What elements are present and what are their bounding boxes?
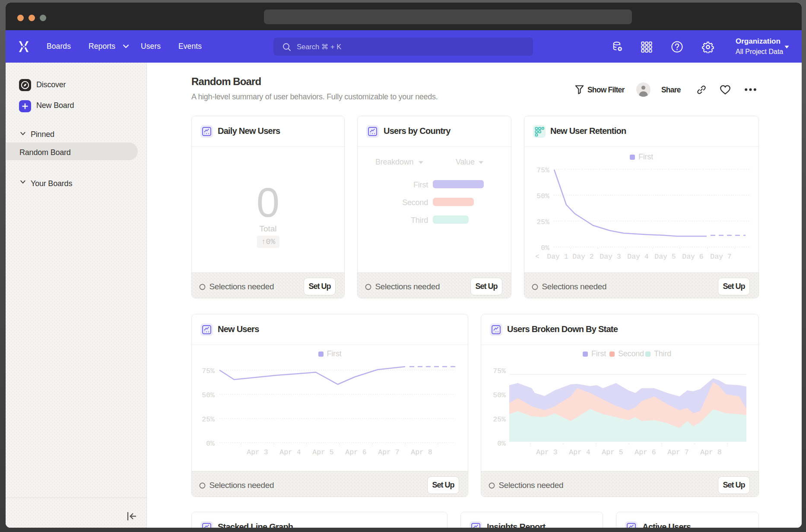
svg-text:Day 4: Day 4 xyxy=(627,253,649,261)
svg-text:0%: 0% xyxy=(541,244,549,252)
svg-text:75%: 75% xyxy=(493,367,506,375)
svg-text:Apr 6: Apr 6 xyxy=(635,448,656,456)
svg-text:Apr 4: Apr 4 xyxy=(569,448,590,456)
svg-text:Day 3: Day 3 xyxy=(600,253,621,261)
svg-text:0%: 0% xyxy=(497,440,506,448)
svg-text:50%: 50% xyxy=(202,391,215,399)
svg-text:Day 5: Day 5 xyxy=(654,253,676,261)
svg-text:Apr 8: Apr 8 xyxy=(700,448,722,456)
svg-text:Apr 3: Apr 3 xyxy=(247,448,268,456)
svg-text:Apr 7: Apr 7 xyxy=(667,448,689,456)
svg-text:Apr 7: Apr 7 xyxy=(378,448,400,456)
svg-text:<: < xyxy=(535,253,539,261)
svg-text:Day 7: Day 7 xyxy=(710,253,732,261)
svg-text:Apr 5: Apr 5 xyxy=(602,448,623,456)
svg-text:75%: 75% xyxy=(202,367,215,375)
svg-text:0%: 0% xyxy=(206,440,215,448)
svg-text:Apr 5: Apr 5 xyxy=(312,448,334,456)
svg-text:Apr 3: Apr 3 xyxy=(536,448,558,456)
svg-text:50%: 50% xyxy=(536,192,549,200)
svg-text:50%: 50% xyxy=(493,391,506,399)
svg-text:Apr 6: Apr 6 xyxy=(345,448,367,456)
svg-text:25%: 25% xyxy=(493,415,506,424)
svg-text:25%: 25% xyxy=(536,218,549,226)
svg-text:Day 1: Day 1 xyxy=(547,253,568,261)
svg-text:Apr 8: Apr 8 xyxy=(411,448,432,456)
svg-text:Day 6: Day 6 xyxy=(682,253,704,261)
svg-text:75%: 75% xyxy=(536,166,549,174)
svg-text:Day 2: Day 2 xyxy=(572,253,594,261)
svg-text:Apr 4: Apr 4 xyxy=(279,448,301,456)
svg-text:25%: 25% xyxy=(202,415,215,424)
